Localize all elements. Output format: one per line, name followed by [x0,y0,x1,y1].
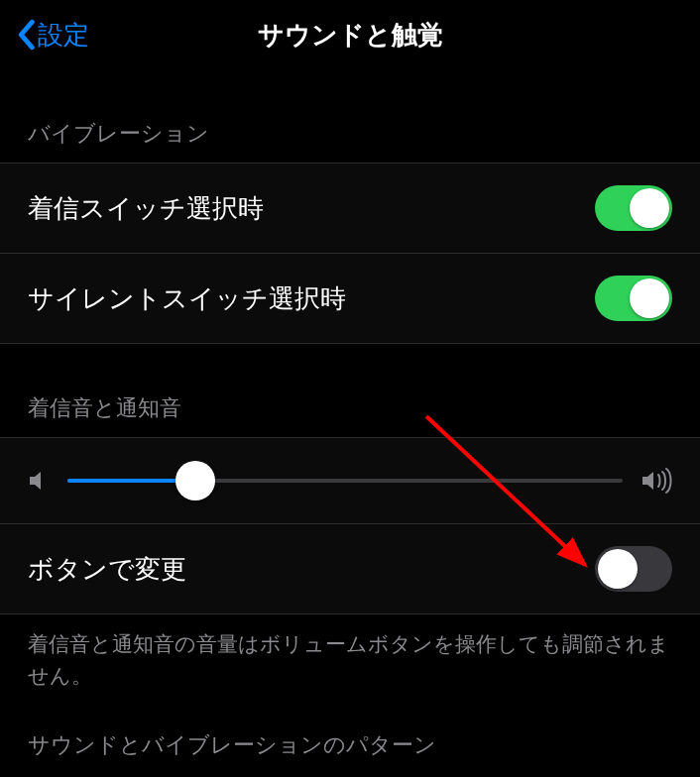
back-label: 設定 [38,18,89,53]
ringer-footer-note: 着信音と通知音の音量はボリュームボタンを操作しても調節されません。 [0,614,700,691]
row-change-with-buttons[interactable]: ボタンで変更 [0,524,700,613]
section-header-patterns: サウンドとバイブレーションのパターン [0,691,700,774]
row-label: サイレントスイッチ選択時 [28,281,346,316]
row-label: ボタンで変更 [28,552,186,587]
ring-switch-toggle[interactable] [595,185,672,231]
change-with-buttons-toggle[interactable] [595,546,672,592]
page-title: サウンドと触覚 [0,18,700,53]
volume-low-icon [28,469,50,493]
nav-bar: 設定 サウンドと触覚 [0,0,700,69]
row-label: 着信スイッチ選択時 [28,191,264,226]
row-ring-switch[interactable]: 着信スイッチ選択時 [0,164,700,253]
volume-high-icon [641,468,672,494]
back-button[interactable]: 設定 [16,18,89,53]
silent-switch-toggle[interactable] [595,276,672,321]
volume-slider[interactable] [67,479,623,483]
chevron-left-icon [16,19,36,51]
row-silent-switch[interactable]: サイレントスイッチ選択時 [0,254,700,343]
section-header-ringer: 着信音と通知音 [0,344,700,437]
volume-slider-row [0,438,700,523]
section-header-vibration: バイブレーション [0,69,700,163]
